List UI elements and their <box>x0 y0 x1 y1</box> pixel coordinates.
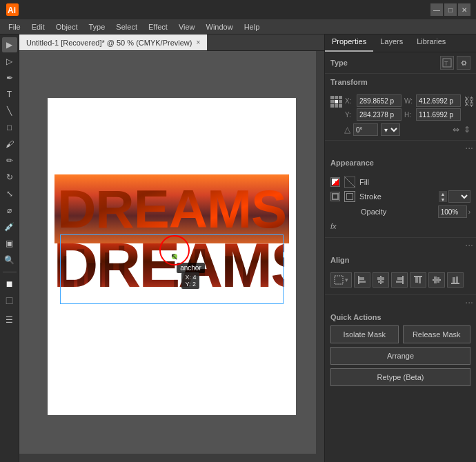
svg-rect-32 <box>434 277 437 283</box>
tool-blend[interactable]: ⌀ <box>2 203 17 218</box>
menu-object[interactable]: Object <box>50 21 83 32</box>
release-mask-button[interactable]: Release Mask <box>403 325 471 343</box>
svg-rect-18 <box>335 276 343 284</box>
menu-help[interactable]: Help <box>239 21 266 32</box>
vertical-scrollbar[interactable] <box>316 51 324 462</box>
svg-line-16 <box>344 177 355 188</box>
stroke-down-btn[interactable]: ▼ <box>439 197 447 202</box>
flip-vertical-icon[interactable]: ⇕ <box>464 125 470 134</box>
transform-more-btn[interactable]: ··· <box>325 141 476 154</box>
svg-rect-20 <box>359 277 364 280</box>
tool-eyedropper[interactable]: 💉 <box>2 219 17 234</box>
tool-type[interactable]: T <box>2 87 17 102</box>
svg-rect-26 <box>397 277 402 280</box>
constrain-proportions-btn[interactable]: ⛓ <box>464 96 475 108</box>
align-to-icon <box>334 275 344 285</box>
x-label: X: <box>345 97 355 105</box>
opacity-expand-btn[interactable]: › <box>468 208 470 216</box>
y-input[interactable] <box>357 108 401 121</box>
tab-close-btn[interactable]: × <box>196 39 200 46</box>
tool-paintbrush[interactable]: 🖌 <box>2 137 17 152</box>
tool-stroke[interactable]: □ <box>2 293 17 308</box>
transform-reference-point[interactable] <box>330 96 342 108</box>
coord-y: Y: 2 <box>185 281 196 288</box>
main-layout: ▶ ▷ ✒ T ╲ □ 🖌 ✏ ↻ ⤡ ⌀ 💉 ▣ 🔍 ■ □ ☰ Untitl… <box>0 34 476 462</box>
tool-direct-select[interactable]: ▷ <box>2 54 17 69</box>
coord-x: X: 4 <box>185 274 196 281</box>
svg-rect-21 <box>359 281 366 283</box>
opacity-input[interactable] <box>438 205 467 218</box>
svg-rect-7 <box>105 252 113 294</box>
canvas-wrapper[interactable]: DREAMS <box>19 51 324 462</box>
tool-line[interactable]: ╲ <box>2 103 17 119</box>
fill-row: Fill <box>330 175 470 189</box>
artboard[interactable]: DREAMS <box>48 98 296 415</box>
align-to-dropdown[interactable]: ▾ <box>330 272 352 288</box>
retype-button[interactable]: Retype (Beta) <box>330 368 470 386</box>
minimize-button[interactable]: — <box>430 3 443 16</box>
tool-mode[interactable]: ☰ <box>2 312 17 328</box>
tool-rotate[interactable]: ↻ <box>2 170 17 185</box>
isolate-mask-button[interactable]: Isolate Mask <box>330 325 399 343</box>
menu-type[interactable]: Type <box>83 21 111 32</box>
arrange-button[interactable]: Arrange <box>330 347 470 365</box>
w-input[interactable] <box>416 94 461 107</box>
stroke-checkbox[interactable] <box>330 192 340 201</box>
tab-libraries[interactable]: Libraries <box>410 34 453 52</box>
angle-dropdown[interactable]: ▾ <box>381 123 400 136</box>
type-edit-btn[interactable]: T <box>440 56 454 70</box>
h-input[interactable] <box>416 108 461 121</box>
svg-rect-12 <box>243 242 250 294</box>
fx-button[interactable]: fx <box>330 222 337 230</box>
flip-horizontal-icon[interactable]: ⇔ <box>453 125 459 134</box>
window-controls[interactable]: — □ ✕ <box>430 3 470 16</box>
align-bottom-btn[interactable] <box>447 272 464 288</box>
stroke-up-btn[interactable]: ▲ <box>439 191 447 197</box>
appearance-more-btn[interactable]: ··· <box>325 238 476 252</box>
align-left-btn[interactable] <box>354 272 370 288</box>
stroke-dropdown[interactable] <box>448 190 470 203</box>
align-top-btn[interactable] <box>410 272 426 288</box>
maximize-button[interactable]: □ <box>444 3 457 16</box>
tool-gradient[interactable]: ▣ <box>2 236 17 251</box>
menu-view[interactable]: View <box>173 21 201 32</box>
align-center-h-btn[interactable] <box>373 272 389 288</box>
align-more-btn[interactable]: ··· <box>325 295 476 309</box>
svg-text:Ai: Ai <box>8 6 16 15</box>
tool-pencil[interactable]: ✏ <box>2 153 17 168</box>
align-right-btn[interactable] <box>391 272 408 288</box>
tool-pen[interactable]: ✒ <box>2 70 17 86</box>
opacity-label: Opacity <box>361 208 434 216</box>
stroke-swatch[interactable] <box>344 191 355 202</box>
fill-checkbox[interactable] <box>330 177 340 187</box>
document-tab[interactable]: Untitled-1 [Recovered]* @ 50 % (CMYK/Pre… <box>19 34 207 50</box>
svg-rect-24 <box>378 281 384 283</box>
tab-properties[interactable]: Properties <box>325 34 373 52</box>
tab-layers[interactable]: Layers <box>373 34 410 52</box>
x-input[interactable] <box>357 94 401 107</box>
svg-rect-33 <box>437 277 439 283</box>
right-panel: Properties Layers Libraries Type T ⚙ Tra… <box>324 34 476 462</box>
menu-edit[interactable]: Edit <box>26 21 50 32</box>
angle-input[interactable] <box>353 123 378 136</box>
menu-select[interactable]: Select <box>110 21 143 32</box>
stroke-stepper[interactable]: ▲ ▼ <box>439 191 447 202</box>
align-middle-btn[interactable] <box>428 272 445 288</box>
tool-rectangle[interactable]: □ <box>2 120 17 135</box>
close-button[interactable]: ✕ <box>458 3 470 16</box>
type-settings-btn[interactable]: ⚙ <box>457 56 470 70</box>
horizontal-scrollbar[interactable] <box>19 454 324 462</box>
tool-fill[interactable]: ■ <box>2 277 17 292</box>
tab-bar: Untitled-1 [Recovered]* @ 50 % (CMYK/Pre… <box>19 34 324 51</box>
svg-rect-35 <box>453 277 455 283</box>
fill-swatch[interactable] <box>344 177 355 188</box>
menu-effect[interactable]: Effect <box>143 21 173 32</box>
appearance-section: Appearance Fill Stroke <box>325 154 476 238</box>
stroke-label: Stroke <box>359 192 435 201</box>
panel-tabs: Properties Layers Libraries <box>325 34 476 52</box>
tool-zoom[interactable]: 🔍 <box>2 252 17 268</box>
menu-file[interactable]: File <box>3 21 26 32</box>
menu-window[interactable]: Window <box>201 21 239 32</box>
tool-scale[interactable]: ⤡ <box>2 186 17 201</box>
tool-select[interactable]: ▶ <box>2 37 17 52</box>
